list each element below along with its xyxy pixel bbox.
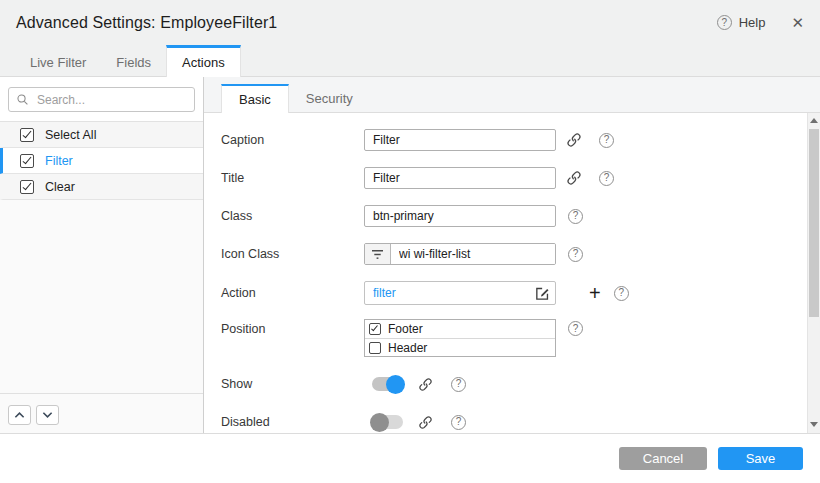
move-down-button[interactable] bbox=[36, 405, 59, 425]
chevron-up-icon bbox=[14, 411, 25, 419]
help-label: Help bbox=[739, 15, 766, 30]
position-help-icon[interactable]: ? bbox=[568, 321, 583, 336]
title-row: Title ? bbox=[221, 167, 790, 189]
action-value: filter bbox=[373, 286, 396, 300]
settings-panel: Basic Security Caption ? T bbox=[204, 77, 820, 433]
tab-security[interactable]: Security bbox=[289, 84, 370, 112]
panel-tab-bar: Basic Security bbox=[204, 77, 820, 113]
checkbox-clear[interactable] bbox=[20, 180, 34, 194]
scrollbar-thumb[interactable] bbox=[809, 129, 819, 317]
help-icon: ? bbox=[717, 15, 732, 30]
toggle-knob bbox=[386, 375, 405, 394]
title-bind-button[interactable] bbox=[566, 170, 582, 186]
show-row: Show ? bbox=[221, 373, 790, 395]
tab-actions[interactable]: Actions bbox=[166, 45, 241, 77]
tab-fields[interactable]: Fields bbox=[101, 45, 166, 76]
checkbox-select-all[interactable] bbox=[20, 128, 34, 142]
filter-list-icon bbox=[365, 244, 391, 264]
footer-checkbox[interactable] bbox=[369, 323, 381, 335]
caption-input[interactable] bbox=[364, 129, 556, 151]
add-action-icon[interactable]: + bbox=[589, 283, 601, 303]
show-label: Show bbox=[221, 377, 364, 391]
sidebar-item-clear[interactable]: Clear bbox=[0, 174, 203, 200]
dialog-footer: Cancel Save bbox=[0, 433, 820, 483]
checkbox-filter[interactable] bbox=[20, 154, 34, 168]
sidebar-item-filter[interactable]: Filter bbox=[0, 148, 203, 174]
chevron-down-icon bbox=[42, 411, 53, 419]
position-options: Footer Header bbox=[364, 319, 556, 357]
link-icon bbox=[566, 170, 582, 186]
action-row: Action filter + ? bbox=[221, 281, 790, 305]
disabled-bind-button[interactable] bbox=[418, 415, 433, 430]
disabled-label: Disabled bbox=[221, 415, 364, 429]
tab-live-filter[interactable]: Live Filter bbox=[15, 45, 101, 76]
show-help-icon[interactable]: ? bbox=[451, 377, 466, 392]
triangle-up-icon bbox=[810, 118, 818, 123]
save-button[interactable]: Save bbox=[718, 447, 803, 470]
edit-icon bbox=[534, 285, 551, 302]
position-option-header[interactable]: Header bbox=[365, 338, 555, 356]
position-option-label: Header bbox=[388, 341, 427, 355]
title-label: Title bbox=[221, 171, 364, 185]
vertical-scrollbar[interactable] bbox=[807, 113, 820, 433]
link-icon bbox=[566, 132, 582, 148]
position-label: Position bbox=[221, 319, 364, 336]
search-section bbox=[0, 77, 203, 122]
position-option-footer[interactable]: Footer bbox=[365, 320, 555, 338]
close-icon[interactable]: ✕ bbox=[791, 14, 804, 32]
caption-bind-button[interactable] bbox=[566, 132, 582, 148]
toggle-knob bbox=[370, 413, 389, 432]
link-icon bbox=[418, 377, 433, 392]
header-checkbox[interactable] bbox=[369, 342, 381, 354]
sidebar-reorder-bar bbox=[0, 393, 203, 433]
disabled-help-icon[interactable]: ? bbox=[451, 415, 466, 430]
icon-class-label: Icon Class bbox=[221, 247, 364, 261]
icon-class-input[interactable] bbox=[391, 244, 555, 264]
icon-class-help-icon[interactable]: ? bbox=[568, 247, 583, 262]
dialog-body: Select All Filter Clear bbox=[0, 77, 820, 433]
show-toggle[interactable] bbox=[372, 377, 403, 391]
action-label: Action bbox=[221, 286, 364, 300]
titlebar-actions: ? Help ✕ bbox=[717, 14, 804, 32]
link-icon bbox=[418, 415, 433, 430]
sidebar-item-label: Select All bbox=[45, 128, 96, 142]
class-help-icon[interactable]: ? bbox=[568, 209, 583, 224]
class-label: Class bbox=[221, 209, 364, 223]
basic-settings-form: Caption ? Title bbox=[204, 113, 820, 433]
search-box bbox=[8, 87, 195, 112]
caption-label: Caption bbox=[221, 133, 364, 147]
page-title: Advanced Settings: EmployeeFilter1 bbox=[16, 14, 277, 32]
class-row: Class ? bbox=[221, 205, 790, 227]
action-value-box[interactable]: filter bbox=[364, 281, 556, 305]
title-help-icon[interactable]: ? bbox=[599, 171, 614, 186]
position-row: Position Footer Header ? bbox=[221, 319, 790, 357]
sidebar-spacer bbox=[0, 200, 203, 393]
title-bar: Advanced Settings: EmployeeFilter1 ? Hel… bbox=[0, 0, 820, 45]
edit-action-button[interactable] bbox=[533, 284, 552, 303]
show-bind-button[interactable] bbox=[418, 377, 433, 392]
tab-basic[interactable]: Basic bbox=[221, 84, 289, 113]
class-input[interactable] bbox=[364, 205, 556, 227]
help-button[interactable]: ? Help bbox=[717, 15, 766, 30]
caption-help-icon[interactable]: ? bbox=[599, 133, 614, 148]
actions-sidebar: Select All Filter Clear bbox=[0, 77, 204, 433]
main-tab-bar: Live Filter Fields Actions bbox=[0, 45, 820, 77]
position-option-label: Footer bbox=[388, 322, 423, 336]
sidebar-item-label: Clear bbox=[45, 180, 75, 194]
advanced-settings-dialog: Advanced Settings: EmployeeFilter1 ? Hel… bbox=[0, 0, 820, 483]
sidebar-item-label: Filter bbox=[45, 154, 73, 168]
disabled-toggle[interactable] bbox=[372, 415, 403, 429]
search-input[interactable] bbox=[35, 92, 187, 108]
icon-class-row: Icon Class ? bbox=[221, 243, 790, 265]
sidebar-item-select-all[interactable]: Select All bbox=[0, 122, 203, 148]
scroll-up-arrow[interactable] bbox=[808, 113, 820, 127]
icon-class-group bbox=[364, 243, 556, 265]
title-input[interactable] bbox=[364, 167, 556, 189]
search-icon bbox=[16, 93, 29, 106]
action-help-icon[interactable]: ? bbox=[614, 286, 629, 301]
move-up-button[interactable] bbox=[8, 405, 31, 425]
scroll-down-arrow[interactable] bbox=[808, 417, 820, 431]
cancel-button[interactable]: Cancel bbox=[619, 447, 707, 470]
triangle-down-icon bbox=[810, 422, 818, 427]
disabled-row: Disabled ? bbox=[221, 411, 790, 433]
